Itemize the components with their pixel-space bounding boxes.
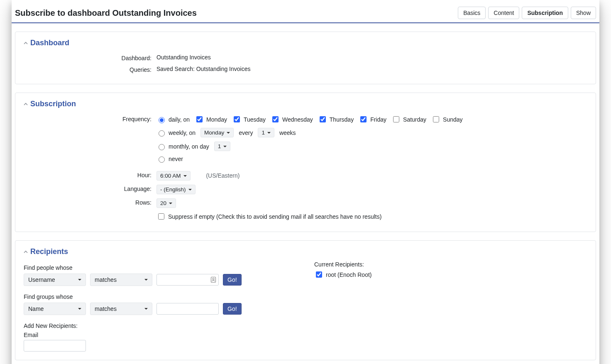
- day-sunday-checkbox[interactable]: [433, 116, 439, 122]
- frequency-daily-label: daily, on: [169, 116, 190, 123]
- rows-select[interactable]: 20: [156, 198, 176, 208]
- day-sunday-label: Sunday: [443, 116, 462, 123]
- timezone-label: (US/Eastern): [206, 172, 240, 179]
- language-label: Language:: [24, 183, 156, 192]
- language-select[interactable]: - (English): [156, 185, 196, 194]
- find-people-label: Find people whose: [24, 264, 298, 271]
- weekly-weeks-label: weeks: [279, 129, 296, 136]
- day-tuesday-label: Tuesday: [244, 116, 266, 123]
- weekly-day-value: Monday: [204, 129, 224, 136]
- weekly-every-label: every: [239, 129, 253, 136]
- caret-down-icon: [78, 308, 81, 310]
- day-thursday-checkbox[interactable]: [320, 116, 326, 122]
- weekly-n-value: 1: [262, 129, 265, 136]
- tab-content[interactable]: Content: [488, 7, 519, 19]
- groups-op-value: matches: [95, 305, 117, 312]
- dashboard-panel: Dashboard Dashboard: Outstanding Invoice…: [15, 32, 596, 84]
- groups-field-select[interactable]: Name: [24, 303, 86, 315]
- recipient-root-checkbox[interactable]: [316, 271, 322, 278]
- header-tabs: Basics Content Subscription Show: [458, 7, 596, 19]
- frequency-never-label: never: [169, 156, 183, 162]
- tab-subscription[interactable]: Subscription: [522, 7, 568, 19]
- caret-down-icon: [223, 146, 227, 147]
- suppress-if-empty-label: Suppress if empty (Check this to avoid s…: [168, 213, 381, 220]
- weekly-day-select[interactable]: Monday: [200, 128, 234, 137]
- day-friday-label: Friday: [370, 116, 386, 123]
- caret-down-icon: [188, 189, 192, 191]
- weekly-n-select[interactable]: 1: [258, 128, 274, 137]
- frequency-never-radio[interactable]: [159, 156, 165, 163]
- subscription-panel-title: Subscription: [30, 100, 76, 108]
- frequency-label: Frequency:: [24, 113, 156, 122]
- tab-basics[interactable]: Basics: [458, 7, 486, 19]
- subscription-panel-toggle[interactable]: Subscription: [24, 100, 587, 108]
- people-search-input[interactable]: [156, 274, 219, 286]
- groups-field-value: Name: [28, 305, 44, 312]
- frequency-monthly-label: monthly, on day: [169, 143, 209, 150]
- people-op-select[interactable]: matches: [90, 274, 152, 286]
- chevron-up-icon: [24, 250, 28, 254]
- day-saturday-checkbox[interactable]: [393, 116, 399, 122]
- suppress-if-empty-checkbox[interactable]: [158, 213, 164, 220]
- queries-value: Saved Search: Outstanding Invoices: [156, 64, 587, 72]
- email-label: Email: [24, 332, 298, 338]
- recipients-panel-title: Recipients: [30, 247, 68, 256]
- frequency-weekly-radio[interactable]: [159, 130, 165, 137]
- people-go-button[interactable]: Go!: [223, 274, 242, 286]
- people-field-select[interactable]: Username: [24, 274, 86, 286]
- people-op-value: matches: [95, 276, 117, 283]
- rows-value: 20: [160, 200, 166, 206]
- find-groups-label: Find groups whose: [24, 293, 298, 300]
- day-saturday-label: Saturday: [403, 116, 426, 123]
- caret-down-icon: [183, 175, 187, 177]
- groups-op-select[interactable]: matches: [90, 303, 152, 315]
- tab-show[interactable]: Show: [571, 7, 596, 19]
- caret-down-icon: [144, 308, 148, 310]
- header-divider: [12, 22, 599, 23]
- frequency-daily-radio[interactable]: [159, 117, 165, 123]
- chevron-up-icon: [24, 102, 28, 106]
- page-title: Subscribe to dashboard Outstanding Invoi…: [15, 8, 197, 18]
- caret-down-icon: [267, 132, 271, 134]
- monthly-day-select[interactable]: 1: [214, 142, 231, 151]
- day-friday-checkbox[interactable]: [360, 116, 367, 122]
- hour-label: Hour:: [24, 169, 156, 178]
- day-wednesday-checkbox[interactable]: [272, 116, 279, 122]
- day-tuesday-checkbox[interactable]: [234, 116, 240, 122]
- monthly-day-value: 1: [218, 143, 221, 149]
- caret-down-icon: [78, 279, 81, 281]
- dashboard-panel-title: Dashboard: [30, 39, 69, 47]
- dashboard-label: Dashboard:: [24, 52, 156, 61]
- frequency-weekly-label: weekly, on: [169, 129, 196, 136]
- recipients-panel: Recipients Find people whose Username ma…: [15, 240, 596, 360]
- add-new-recipients-label: Add New Recipients:: [24, 322, 298, 329]
- hour-select[interactable]: 6:00 AM: [156, 171, 191, 181]
- subscription-panel: Subscription Frequency: daily, on Monday…: [15, 93, 596, 232]
- current-recipients-label: Current Recipients:: [314, 261, 587, 268]
- chevron-up-icon: [24, 41, 28, 45]
- dashboard-value: Outstanding Invoices: [156, 52, 587, 61]
- queries-label: Queries:: [24, 64, 156, 73]
- language-value: - (English): [160, 186, 186, 193]
- groups-search-input[interactable]: [156, 303, 219, 315]
- email-input[interactable]: [24, 340, 86, 352]
- rows-label: Rows:: [24, 197, 156, 206]
- day-thursday-label: Thursday: [330, 116, 354, 123]
- caret-down-icon: [227, 132, 230, 134]
- caret-down-icon: [169, 203, 172, 204]
- recipients-panel-toggle[interactable]: Recipients: [24, 247, 587, 256]
- caret-down-icon: [144, 279, 148, 281]
- day-wednesday-label: Wednesday: [282, 116, 313, 123]
- day-monday-checkbox[interactable]: [196, 116, 203, 122]
- day-monday-label: Monday: [206, 116, 227, 123]
- frequency-monthly-radio[interactable]: [159, 144, 165, 150]
- people-field-value: Username: [28, 276, 55, 283]
- groups-go-button[interactable]: Go!: [223, 303, 242, 315]
- hour-value: 6:00 AM: [160, 173, 181, 179]
- recipient-root-label: root (Enoch Root): [326, 271, 372, 278]
- dashboard-panel-toggle[interactable]: Dashboard: [24, 39, 587, 47]
